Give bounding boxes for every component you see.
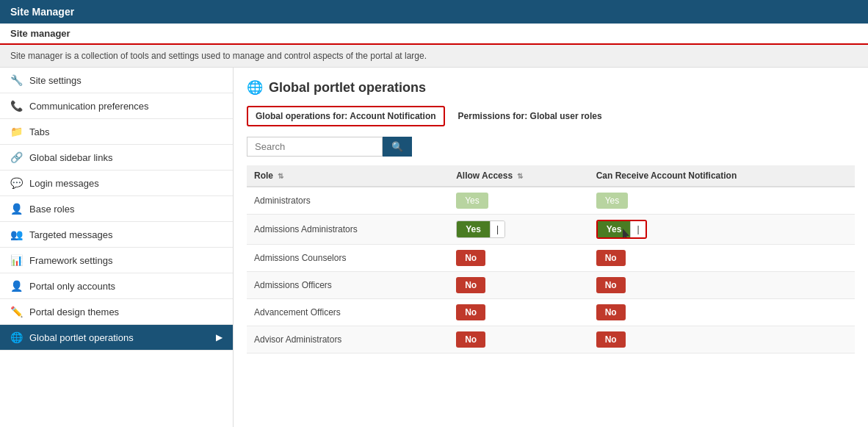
cell-allow-access: Yes | [449, 215, 589, 245]
sidebar-label-global-sidebar-links: Global sidebar links [29, 152, 112, 163]
sidebar-icon-framework-settings: 📊 [10, 254, 23, 266]
sidebar-icon-base-roles: 👤 [10, 203, 23, 215]
btn-no-off-receive[interactable]: | [630, 221, 645, 237]
content-title-text: Global portlet operations [269, 80, 426, 96]
top-bar: Site Manager [0, 0, 868, 24]
btn-yes-on[interactable]: Yes [457, 221, 490, 237]
btn-no-active-access[interactable]: No [456, 277, 485, 293]
search-button[interactable]: 🔍 [383, 137, 412, 157]
sidebar-item-framework-settings[interactable]: 📊 Framework settings [0, 248, 233, 273]
btn-no-active-access[interactable]: No [456, 331, 485, 348]
cell-role: Admissions Administrators [247, 215, 449, 245]
cell-allow-access: No [449, 299, 589, 326]
sidebar-icon-site-settings: 🔧 [10, 74, 23, 86]
sidebar-label-portal-only-accounts: Portal only accounts [29, 281, 115, 292]
btn-no-active-receive[interactable]: No [596, 331, 626, 348]
description-bar: Site manager is a collection of tools an… [0, 45, 868, 68]
table-row: Admissions OfficersNoNo [247, 272, 855, 299]
sidebar-icon-tabs: 📁 [10, 126, 23, 137]
top-bar-title: Site Manager [10, 6, 74, 18]
cell-role: Advisor Administrators [247, 326, 449, 354]
col-role: Role ⇅ [247, 165, 449, 187]
table-row: Advisor AdministratorsNoNo [247, 326, 855, 354]
permissions-text: Permissions for: Global user roles [458, 111, 602, 121]
filter-value: Account Notification [350, 111, 435, 121]
sidebar: 🔧 Site settings 📞 Communication preferen… [0, 68, 234, 427]
toggle-group-access: Yes | [456, 220, 505, 238]
btn-yes-inactive-access[interactable]: Yes [456, 193, 488, 209]
sidebar-item-global-portlet-operations[interactable]: 🌐 Global portlet operations [0, 325, 233, 351]
btn-yes-on-receive[interactable]: Yes [598, 221, 631, 237]
sidebar-label-portal-design-themes: Portal design themes [29, 306, 119, 317]
cell-allow-access: No [449, 326, 589, 354]
btn-no-active-receive[interactable]: No [596, 277, 626, 293]
sidebar-icon-global-sidebar-links: 🔗 [10, 151, 23, 163]
filter-prefix: Global operations for: [256, 111, 350, 121]
sort-icon-access: ⇅ [517, 172, 523, 180]
sidebar-label-login-messages: Login messages [29, 178, 99, 189]
cell-can-receive: Yes| [589, 215, 855, 245]
cell-can-receive: No [589, 245, 855, 272]
col-allow-access: Allow Access ⇅ [449, 165, 589, 187]
sidebar-icon-targeted-messages: 👥 [10, 229, 23, 240]
sidebar-icon-portal-only-accounts: 👤 [10, 280, 23, 292]
table-row: AdministratorsYesYes [247, 187, 855, 215]
sidebar-item-login-messages[interactable]: 💬 Login messages [0, 171, 233, 196]
cell-can-receive: Yes [589, 187, 855, 215]
btn-no-off[interactable]: | [490, 221, 504, 237]
cell-allow-access: No [449, 245, 589, 272]
cell-can-receive: No [589, 299, 855, 326]
sidebar-label-tabs: Tabs [29, 126, 49, 137]
sidebar-item-portal-only-accounts[interactable]: 👤 Portal only accounts [0, 273, 233, 299]
sidebar-item-base-roles[interactable]: 👤 Base roles [0, 196, 233, 222]
sidebar-icon-login-messages: 💬 [10, 177, 23, 189]
cell-allow-access: Yes [449, 187, 589, 215]
table-row: Admissions Administrators Yes | Yes| [247, 215, 855, 245]
roles-table: Role ⇅ Allow Access ⇅ Can Receive Accoun… [247, 165, 855, 354]
sidebar-label-base-roles: Base roles [29, 204, 74, 215]
sidebar-label-global-portlet-operations: Global portlet operations [29, 332, 134, 343]
sort-icon-role: ⇅ [278, 172, 283, 180]
cell-can-receive: No [589, 272, 855, 299]
search-input[interactable] [247, 137, 383, 157]
cell-role: Administrators [247, 187, 449, 215]
permissions-value: Global user roles [530, 111, 602, 121]
sidebar-label-communication-preferences: Communication preferences [29, 101, 149, 112]
btn-yes-inactive-receive[interactable]: Yes [596, 193, 629, 209]
cell-allow-access: No [449, 272, 589, 299]
globe-icon: 🌐 [247, 79, 263, 96]
sidebar-icon-global-portlet-operations: 🌐 [10, 331, 23, 343]
sidebar-item-targeted-messages[interactable]: 👥 Targeted messages [0, 222, 233, 248]
sidebar-icon-portal-design-themes: ✏️ [10, 306, 23, 317]
btn-no-active-receive[interactable]: No [596, 250, 626, 266]
permissions-prefix: Permissions for: [458, 111, 530, 121]
filter-box: Global operations for: Account Notificat… [247, 106, 445, 126]
cell-role: Admissions Counselors [247, 245, 449, 272]
content-area: 🌐 Global portlet operations Global opera… [234, 68, 868, 427]
sidebar-label-targeted-messages: Targeted messages [29, 229, 112, 240]
btn-no-active-access[interactable]: No [456, 250, 485, 266]
sidebar-item-communication-preferences[interactable]: 📞 Communication preferences [0, 93, 233, 119]
breadcrumb-label: Site manager [10, 28, 70, 39]
btn-no-active-receive[interactable]: No [596, 304, 626, 320]
sidebar-item-portal-design-themes[interactable]: ✏️ Portal design themes [0, 299, 233, 325]
table-row: Advancement OfficersNoNo [247, 299, 855, 326]
breadcrumb-bar: Site manager [0, 24, 868, 45]
btn-no-active-access[interactable]: No [456, 304, 485, 320]
toggle-group-receive-highlighted: Yes| [596, 220, 647, 239]
content-title: 🌐 Global portlet operations [247, 79, 855, 96]
col-can-receive: Can Receive Account Notification [589, 165, 855, 187]
sidebar-label-site-settings: Site settings [29, 75, 82, 86]
sidebar-label-framework-settings: Framework settings [29, 255, 112, 266]
sidebar-item-global-sidebar-links[interactable]: 🔗 Global sidebar links [0, 145, 233, 171]
sidebar-item-tabs[interactable]: 📁 Tabs [0, 119, 233, 145]
cell-role: Advancement Officers [247, 299, 449, 326]
cell-role: Admissions Officers [247, 272, 449, 299]
sidebar-item-site-settings[interactable]: 🔧 Site settings [0, 68, 233, 93]
cell-can-receive: No [589, 326, 855, 354]
sidebar-icon-communication-preferences: 📞 [10, 100, 23, 112]
description-text: Site manager is a collection of tools an… [10, 51, 427, 61]
table-row: Admissions CounselorsNoNo [247, 245, 855, 272]
